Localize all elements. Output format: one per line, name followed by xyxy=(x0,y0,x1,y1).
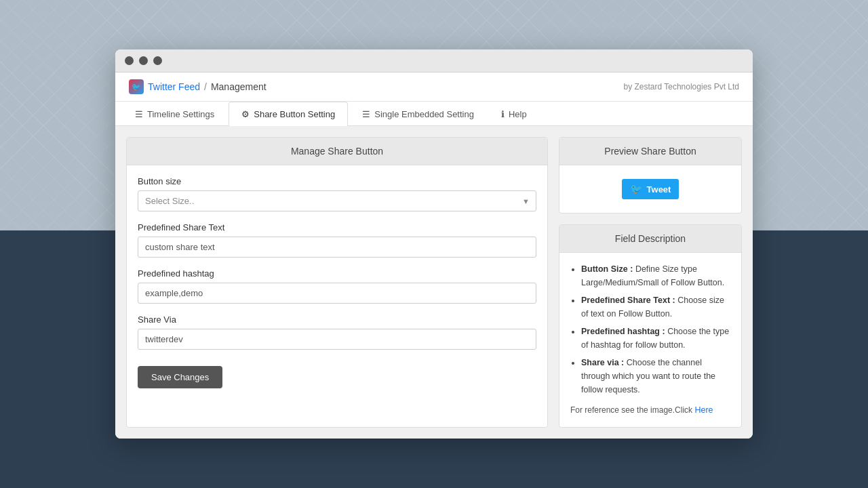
description-header: Field Description xyxy=(559,225,741,253)
button-size-select-wrapper: Select Size.. Large Medium Small ▼ xyxy=(138,190,536,211)
breadcrumb: 🐦 Twitter Feed / Management xyxy=(129,79,267,94)
description-panel: Field Description Button Size : Define S… xyxy=(559,224,742,427)
share-text-input[interactable] xyxy=(138,237,536,258)
share-via-group: Share Via xyxy=(138,314,536,350)
desc-item-4: Share via : Choose the channel through w… xyxy=(581,356,730,396)
bird-icon: 🐦 xyxy=(132,83,141,92)
help-icon: ℹ xyxy=(501,109,505,119)
content-area: Manage Share Button Button size Select S… xyxy=(115,126,753,438)
tab-help-label: Help xyxy=(509,109,527,119)
hashtag-input[interactable] xyxy=(138,283,536,304)
desc-item-2: Predefined Share Text : Choose size of t… xyxy=(581,293,730,321)
share-text-group: Predefined Share Text xyxy=(138,222,536,258)
desc-field-name-4: Share via : xyxy=(581,358,624,367)
preview-panel: Preview Share Button 🐦 Tweet xyxy=(559,137,742,214)
desc-field-name-3: Predefined hashtag : xyxy=(581,327,665,336)
button-size-label: Button size xyxy=(138,176,536,186)
right-panel: Preview Share Button 🐦 Tweet Field Descr… xyxy=(559,137,742,427)
save-changes-button[interactable]: Save Changes xyxy=(138,366,222,388)
tab-timeline[interactable]: ☰ Timeline Settings xyxy=(122,102,227,126)
breadcrumb-separator: / xyxy=(204,81,207,92)
ref-text: For reference see the image.Click xyxy=(570,405,694,415)
window-dot-3[interactable] xyxy=(153,56,162,65)
app-icon: 🐦 xyxy=(129,79,144,94)
nav-tabs: ☰ Timeline Settings ⚙ Share Button Setti… xyxy=(115,102,753,126)
twitter-bird-icon: 🐦 xyxy=(630,183,643,195)
header: 🐦 Twitter Feed / Management by Zestard T… xyxy=(115,73,753,102)
desc-item-1: Button Size : Define Size type Large/Med… xyxy=(581,262,730,289)
window-dot-2[interactable] xyxy=(139,56,148,65)
tab-embedded[interactable]: ☰ Single Embedded Setting xyxy=(349,102,487,126)
description-list: Button Size : Define Size type Large/Med… xyxy=(570,262,730,396)
window-dot-1[interactable] xyxy=(125,56,134,65)
desc-field-name-2: Predefined Share Text : xyxy=(581,296,675,305)
hashtag-label: Predefined hashtag xyxy=(138,268,536,279)
left-panel-header: Manage Share Button xyxy=(127,138,547,165)
embedded-icon: ☰ xyxy=(362,109,370,119)
tweet-button-label: Tweet xyxy=(647,184,671,195)
tab-embedded-label: Single Embedded Setting xyxy=(374,109,474,119)
tweet-button[interactable]: 🐦 Tweet xyxy=(622,179,679,199)
preview-header: Preview Share Button xyxy=(559,138,741,165)
tab-timeline-label: Timeline Settings xyxy=(147,109,214,119)
preview-body: 🐦 Tweet xyxy=(559,165,741,213)
desc-item-3: Predefined hashtag : Choose the type of … xyxy=(581,325,730,352)
share-text-label: Predefined Share Text xyxy=(138,222,536,232)
button-size-select[interactable]: Select Size.. Large Medium Small xyxy=(138,190,536,211)
brand-text: by Zestard Technologies Pvt Ltd xyxy=(623,82,739,92)
left-panel: Manage Share Button Button size Select S… xyxy=(126,137,548,427)
share-via-label: Share Via xyxy=(138,314,536,325)
app-name: Twitter Feed xyxy=(148,81,200,92)
button-size-group: Button size Select Size.. Large Medium S… xyxy=(138,176,536,211)
share-icon: ⚙ xyxy=(241,109,250,119)
breadcrumb-page: Management xyxy=(211,81,267,92)
description-body: Button Size : Define Size type Large/Med… xyxy=(559,253,741,426)
tab-share[interactable]: ⚙ Share Button Setting xyxy=(229,102,348,126)
left-panel-body: Button size Select Size.. Large Medium S… xyxy=(127,165,547,399)
hashtag-group: Predefined hashtag xyxy=(138,268,536,304)
ref-link[interactable]: Here xyxy=(694,405,713,415)
share-via-input[interactable] xyxy=(138,329,536,350)
title-bar xyxy=(115,49,753,73)
tab-share-label: Share Button Setting xyxy=(254,109,335,119)
desc-field-name-1: Button Size : xyxy=(581,264,633,274)
timeline-icon: ☰ xyxy=(135,109,143,119)
main-window: 🐦 Twitter Feed / Management by Zestard T… xyxy=(115,49,753,438)
tab-help[interactable]: ℹ Help xyxy=(488,102,540,126)
